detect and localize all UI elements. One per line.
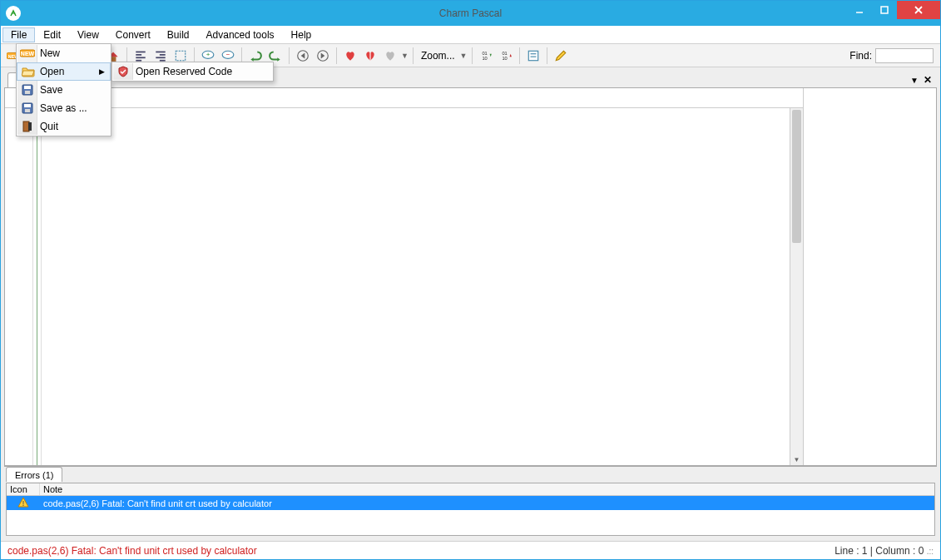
toolbar-binary-up-icon[interactable]: 0110 (497, 47, 515, 65)
file-menu-quit[interactable]: Quit (17, 117, 111, 136)
svg-text:!: ! (22, 499, 25, 508)
save-icon (20, 82, 35, 97)
code-area[interactable] (42, 108, 790, 465)
errors-panel: Errors (1) Icon Note ! code.pas(2,6) Fat… (4, 466, 937, 538)
open-folder-icon (21, 64, 36, 79)
open-reserved-code-label: Open Reserved Code (136, 66, 232, 77)
open-reserved-code[interactable]: Open Reserved Code (112, 62, 273, 81)
svg-marker-35 (250, 57, 253, 62)
editor-ruler (5, 88, 803, 108)
toolbar-nav-forward-icon[interactable] (314, 47, 332, 65)
svg-text:−: − (226, 51, 230, 58)
toolbar-heart-grey-icon[interactable] (381, 47, 399, 65)
svg-marker-38 (301, 52, 305, 58)
toolbar-heart-broken-icon[interactable] (361, 47, 379, 65)
status-cursor-position: Line : 1 | Column : 0 (835, 545, 924, 557)
svg-text:NEW: NEW (21, 51, 35, 57)
svg-rect-7 (24, 86, 31, 89)
file-menu-new[interactable]: NEW New (17, 44, 111, 62)
find-label: Find: (849, 50, 872, 62)
svg-rect-10 (24, 104, 31, 107)
statusbar: code.pas(2,6) Fatal: Can't find unit crt… (1, 541, 940, 559)
close-button[interactable] (897, 1, 940, 19)
file-menu-saveas[interactable]: Save as ... (17, 99, 111, 117)
svg-marker-44 (489, 53, 491, 56)
file-menu-saveas-label: Save as ... (40, 102, 87, 114)
file-menu-save[interactable]: Save (17, 81, 111, 99)
svg-rect-12 (23, 121, 29, 131)
file-menu-save-label: Save (40, 84, 62, 96)
quit-door-icon (20, 119, 35, 134)
errors-tab[interactable]: Errors (1) (6, 467, 62, 482)
svg-text:10: 10 (482, 55, 487, 60)
fold-gutter[interactable] (33, 108, 42, 465)
svg-rect-30 (176, 51, 185, 60)
titlebar: Charm Pascal (1, 1, 940, 26)
toolbar-heart-red-icon[interactable] (341, 47, 359, 65)
errors-header-note: Note (40, 483, 934, 495)
editor-vscrollbar[interactable]: ▲▼ (790, 108, 803, 465)
code-minimap[interactable] (803, 88, 936, 465)
svg-marker-40 (321, 52, 325, 58)
svg-rect-11 (25, 109, 30, 112)
toolbar-binary-down-icon[interactable]: 0110 (477, 47, 495, 65)
reserved-shield-icon (116, 64, 131, 79)
menu-view[interactable]: View (69, 27, 107, 42)
svg-rect-8 (25, 91, 30, 94)
app-icon (6, 6, 21, 21)
warning-icon: ! (17, 497, 29, 510)
svg-marker-36 (277, 57, 280, 62)
menu-convert[interactable]: Convert (107, 27, 159, 42)
errors-header-icon: Icon (7, 483, 40, 495)
find-input[interactable] (875, 48, 934, 63)
svg-rect-48 (528, 51, 537, 60)
tab-close-icon[interactable]: ✕ (924, 74, 932, 86)
saveas-icon (20, 101, 35, 116)
error-row[interactable]: ! code.pas(2,6) Fatal: Can't find unit c… (7, 496, 934, 510)
file-menu-new-label: New (40, 47, 60, 59)
minimize-button[interactable] (847, 1, 872, 19)
menu-edit[interactable]: Edit (35, 27, 69, 42)
open-submenu: Open Reserved Code (111, 62, 274, 82)
menu-file[interactable]: File (2, 27, 35, 42)
menubar: File Edit View Convert Build Advanced to… (1, 26, 940, 44)
submenu-arrow-icon: ▶ (99, 67, 105, 76)
toolbar-nav-back-icon[interactable] (294, 47, 312, 65)
file-menu-open-label: Open (40, 66, 64, 77)
svg-text:10: 10 (502, 55, 507, 60)
menu-advanced-tools[interactable]: Advanced tools (198, 27, 283, 42)
new-icon: NEW (20, 46, 35, 61)
svg-marker-47 (509, 53, 511, 56)
svg-rect-13 (28, 122, 32, 131)
maximize-button[interactable] (872, 1, 897, 19)
toolbar-zoom-label[interactable]: Zoom... (418, 50, 458, 62)
status-message: code.pas(2,6) Fatal: Can't find unit crt… (7, 545, 257, 557)
toolbar-properties-icon[interactable] (524, 47, 542, 65)
code-editor[interactable] (5, 108, 790, 465)
svg-text:+: + (206, 51, 210, 58)
file-menu-quit-label: Quit (40, 121, 58, 132)
svg-rect-1 (881, 7, 888, 13)
tab-dropdown-icon[interactable]: ▼ (910, 76, 919, 85)
file-menu-dropdown: NEW New Open ▶ Save Save as ... Quit (16, 43, 111, 136)
window-title: Charm Pascal (439, 7, 502, 19)
menu-build[interactable]: Build (159, 27, 198, 42)
file-menu-open[interactable]: Open ▶ (17, 62, 111, 81)
menu-help[interactable]: Help (283, 27, 320, 42)
toolbar-edit-pencil-icon[interactable] (552, 47, 570, 65)
line-number-gutter (5, 108, 33, 465)
error-note: code.pas(2,6) Fatal: Can't find unit crt… (40, 498, 934, 508)
